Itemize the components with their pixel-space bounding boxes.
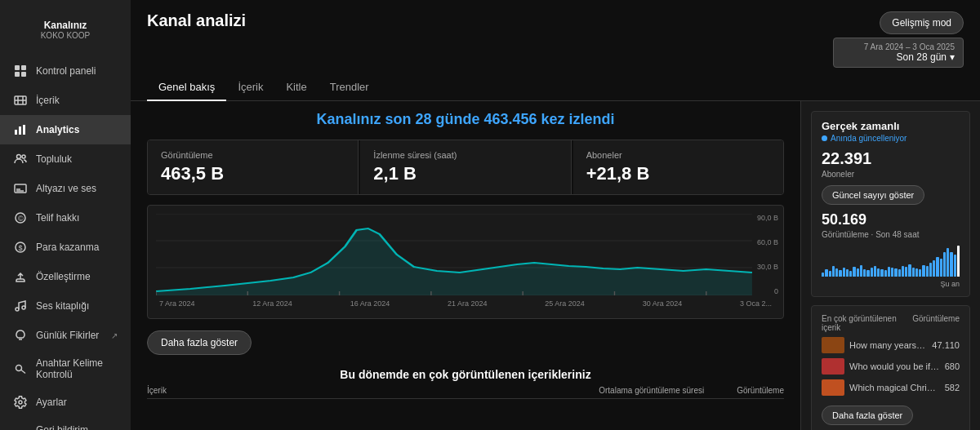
rt-bar-38 bbox=[954, 255, 956, 277]
rt-bar-11 bbox=[860, 265, 862, 277]
sidebar-item-altyazi[interactable]: Altyazı ve ses bbox=[0, 174, 131, 203]
subs-label: Aboneler bbox=[822, 170, 960, 179]
rt-bar-3 bbox=[832, 266, 835, 277]
content-table-section: En çok görüntülenen içerik Görüntüleme H… bbox=[811, 305, 970, 430]
svg-rect-20 bbox=[19, 126, 21, 135]
content-table-header: En çok görüntülenen içerik Görüntüleme bbox=[822, 314, 960, 332]
tab-icerik[interactable]: İçerik bbox=[226, 74, 274, 101]
sidebar-item-para[interactable]: $ Para kazanma bbox=[0, 233, 131, 262]
chart-y-labels: 90,0 B 60,0 B 30,0 B 0 bbox=[757, 214, 778, 295]
rt-bar-20 bbox=[891, 268, 893, 277]
svg-rect-13 bbox=[15, 72, 20, 77]
grid-icon bbox=[13, 64, 28, 78]
content-row-3: Which magical Christmas ... 582 bbox=[822, 379, 960, 396]
date-range-picker[interactable]: 7 Ara 2024 – 3 Oca 2025 Son 28 gün ▾ bbox=[833, 38, 964, 68]
rt-bar-13 bbox=[866, 270, 869, 277]
music-icon bbox=[13, 299, 28, 313]
rt-bar-19 bbox=[888, 267, 890, 277]
rt-bar-15 bbox=[874, 266, 876, 277]
sidebar-item-kontrol-paneli[interactable]: Kontrol paneli bbox=[0, 56, 131, 86]
sidebar-item-telif[interactable]: © Telif hakkı bbox=[0, 203, 131, 233]
content-views-2: 680 bbox=[945, 361, 960, 371]
copyright-icon: © bbox=[13, 211, 28, 225]
chevron-down-icon: ▾ bbox=[950, 51, 955, 63]
sidebar-item-label: Anahtar Kelime Kontrolü bbox=[36, 357, 118, 380]
people-icon bbox=[13, 152, 28, 166]
rt-bar-12 bbox=[863, 269, 866, 277]
rt-bar-32 bbox=[933, 260, 935, 277]
sidebar-item-ozellestirme[interactable]: Özelleştirme bbox=[0, 262, 131, 291]
sidebar-item-label: İçerik bbox=[36, 95, 60, 106]
right-panel: Gerçek zamanlı Anında güncelleniyor 22.3… bbox=[800, 101, 980, 430]
rt-bar-4 bbox=[835, 268, 838, 277]
tab-trendler[interactable]: Trendler bbox=[318, 74, 381, 101]
svg-rect-12 bbox=[21, 65, 26, 70]
content-thumb-3 bbox=[822, 379, 844, 396]
rt-bar-21 bbox=[894, 268, 897, 277]
rt-bar-10 bbox=[857, 268, 859, 277]
sidebar-item-analytics[interactable]: Analytics bbox=[0, 115, 131, 144]
content-views-1: 47.110 bbox=[932, 340, 960, 350]
stat-aboneler: Aboneler +21,8 B bbox=[573, 140, 783, 194]
sidebar-item-gunluk[interactable]: Günlük Fikirler ↗ bbox=[0, 321, 131, 350]
sidebar-item-ayarlar[interactable]: Ayarlar bbox=[0, 388, 131, 417]
rt-bar-39 bbox=[957, 246, 960, 277]
sidebar-item-label: Kontrol paneli bbox=[36, 65, 96, 77]
stat-label-watch: İzlenme süresi (saat) bbox=[373, 150, 557, 160]
content-title-1: How many years of life ... bbox=[849, 340, 927, 350]
gelismis-mod-button[interactable]: Gelişmiş mod bbox=[880, 11, 964, 34]
sidebar-item-icerik[interactable]: İçerik bbox=[0, 86, 131, 115]
svg-point-35 bbox=[19, 401, 22, 404]
sidebar-item-topluluk[interactable]: Topluluk bbox=[0, 144, 131, 174]
stat-izlenme: İzlenme süresi (saat) 2,1 B bbox=[360, 140, 571, 194]
content-thumb-1 bbox=[822, 337, 844, 353]
realtime-title: Gerçek zamanlı bbox=[822, 120, 960, 132]
guncel-sayiyi-goster-button[interactable]: Güncel sayıyı göster bbox=[822, 185, 924, 205]
realtime-bar-chart bbox=[822, 244, 960, 277]
header-right: Gelişmiş mod 7 Ara 2024 – 3 Oca 2025 Son… bbox=[833, 11, 964, 68]
rt-bar-33 bbox=[936, 257, 938, 277]
subs-count: 22.391 bbox=[822, 149, 960, 168]
rt-bar-24 bbox=[905, 267, 907, 277]
stat-goruntulem: Görüntüleme 463,5 B bbox=[148, 140, 359, 194]
rt-bar-16 bbox=[877, 268, 880, 277]
rt-bar-0 bbox=[822, 273, 824, 277]
content-views-3: 582 bbox=[945, 383, 960, 392]
rt-bar-6 bbox=[843, 268, 845, 277]
date-range-bottom: Son 28 gün ▾ bbox=[897, 51, 955, 63]
sidebar-item-geri-bildirim[interactable]: Geri bildirim gönder bbox=[0, 417, 131, 430]
rt-bar-14 bbox=[871, 268, 873, 277]
film-icon bbox=[13, 93, 28, 108]
tab-genel-bakis[interactable]: Genel bakış bbox=[147, 74, 226, 101]
daha-fazla-button[interactable]: Daha fazla göster bbox=[147, 330, 252, 355]
rt-bar-34 bbox=[940, 259, 942, 277]
channel-name: Kanalınız bbox=[44, 20, 87, 31]
bottom-table-header: İçerik Ortalama görüntüleme süresi Görün… bbox=[147, 386, 784, 399]
sidebar-item-label: Günlük Fikirler bbox=[36, 330, 99, 341]
sidebar-item-label: Ses kitaplığı bbox=[36, 300, 89, 312]
rt-bar-23 bbox=[902, 266, 904, 277]
sidebar-item-ses-kitapligi[interactable]: Ses kitaplığı bbox=[0, 291, 131, 321]
tab-kitle[interactable]: Kitle bbox=[274, 74, 318, 101]
svg-rect-21 bbox=[23, 125, 25, 135]
svg-point-22 bbox=[17, 155, 21, 159]
live-dot bbox=[822, 135, 827, 141]
svg-point-34 bbox=[16, 366, 22, 371]
chart-dates: 7 Ara 2024 12 Ara 2024 16 Ara 2024 21 Ar… bbox=[156, 298, 775, 309]
rt-bar-2 bbox=[829, 271, 831, 277]
rt-bar-30 bbox=[926, 266, 929, 277]
chart-svg bbox=[156, 214, 775, 295]
sidebar-item-label: Altyazı ve ses bbox=[36, 183, 96, 194]
rt-bar-8 bbox=[849, 271, 852, 277]
rt-daha-fazla-button[interactable]: Daha fazla göster bbox=[822, 406, 913, 425]
rt-bar-35 bbox=[943, 252, 946, 277]
sidebar-item-label: Geri bildirim gönder bbox=[36, 424, 118, 430]
sidebar-item-anahtar[interactable]: Anahtar Kelime Kontrolü bbox=[0, 350, 131, 388]
main-content: Kanal analizi Gelişmiş mod 7 Ara 2024 – … bbox=[131, 0, 980, 430]
stat-label-subs: Aboneler bbox=[586, 150, 770, 160]
rt-bar-7 bbox=[846, 269, 849, 277]
stat-value-views: 463,5 B bbox=[161, 163, 345, 184]
rt-bar-25 bbox=[908, 264, 911, 277]
rt-bar-37 bbox=[950, 252, 952, 277]
rt-bar-9 bbox=[853, 267, 855, 277]
